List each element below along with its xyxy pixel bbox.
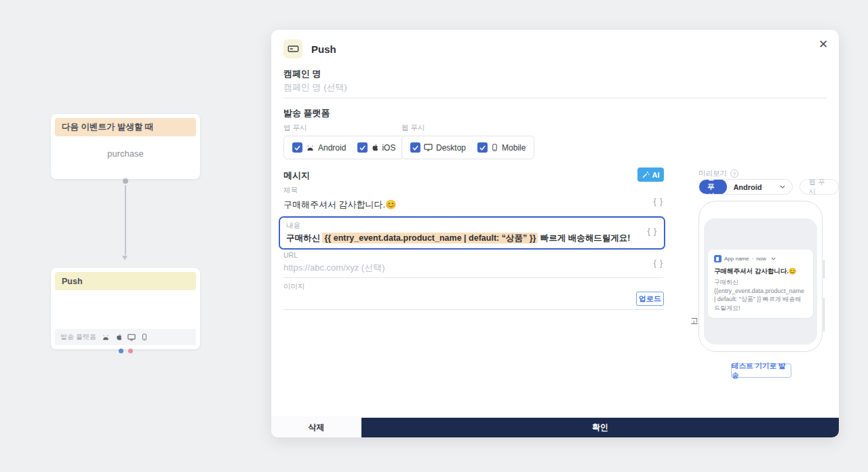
android-icon bbox=[306, 144, 315, 151]
upload-button[interactable]: 업로드 bbox=[636, 292, 664, 306]
delete-button[interactable]: 삭제 bbox=[271, 418, 361, 437]
platform-section-label: 발송 플랫폼 bbox=[283, 107, 330, 119]
mobile-checkbox[interactable] bbox=[477, 142, 488, 153]
liquid-variable-chip[interactable]: {{ entry_event.data.product_name | defau… bbox=[322, 233, 538, 243]
help-icon[interactable]: ? bbox=[730, 170, 738, 178]
content-field[interactable]: 내용 구매하신 {{ entry_event.data.product_name… bbox=[279, 216, 665, 250]
push-banner-icon bbox=[283, 39, 302, 58]
app-push-segment: 앱 푸시 Android bbox=[698, 179, 793, 195]
variable-braces-icon[interactable]: { } bbox=[648, 227, 657, 236]
url-field-placeholder[interactable]: https://abc.com/xyz (선택) bbox=[283, 262, 663, 278]
push-node[interactable]: Push 발송 플랫폼 bbox=[51, 268, 200, 349]
platform-option-desktop: Desktop bbox=[410, 142, 466, 153]
ai-button-label: AI bbox=[652, 171, 660, 179]
desktop-icon bbox=[424, 144, 433, 151]
url-field[interactable]: URL https://abc.com/xyz (선택) { } bbox=[283, 251, 663, 278]
modal-footer: 삭제 확인 bbox=[271, 418, 839, 437]
close-icon[interactable]: ✕ bbox=[814, 35, 832, 53]
android-icon bbox=[102, 334, 110, 340]
platform-option-mobile: Mobile bbox=[477, 142, 526, 153]
preview-header: 미리보기 ? bbox=[698, 169, 738, 178]
mobile-icon bbox=[141, 333, 148, 341]
web-push-options: Desktop Mobile bbox=[401, 136, 534, 159]
chevron-down-icon bbox=[780, 185, 785, 189]
ios-label: iOS bbox=[382, 143, 395, 153]
chevron-down-icon bbox=[771, 257, 776, 260]
trigger-node-event: purchase bbox=[51, 149, 200, 159]
app-icon bbox=[714, 255, 722, 262]
notification-meta-separator: · bbox=[751, 256, 753, 262]
campaign-name-label: 캠페인 명 bbox=[283, 68, 321, 80]
ai-assist-button[interactable]: AI bbox=[637, 168, 664, 182]
title-field-value[interactable]: 구매해주셔서 감사합니다.😊 bbox=[283, 199, 663, 216]
notification-title: 구매해주셔서 감사합니다.😊 bbox=[714, 267, 807, 276]
image-field-underline bbox=[283, 309, 663, 310]
trigger-node-header: 다음 이벤트가 발생할 때 bbox=[55, 118, 196, 136]
node-port-pink[interactable] bbox=[128, 349, 133, 353]
app-push-group: 앱 푸시 Android iOS bbox=[283, 123, 404, 159]
notification-app-name: App name bbox=[724, 256, 749, 262]
message-section-label: 메시지 bbox=[283, 170, 310, 182]
notification-meta: App name · now bbox=[714, 255, 807, 262]
app-push-group-label: 앱 푸시 bbox=[283, 123, 404, 133]
push-settings-modal: ✕ Push 캠페인 명 발송 플랫폼 앱 푸시 Android iOS 웹 푸… bbox=[271, 30, 839, 437]
confirm-button[interactable]: 확인 bbox=[361, 418, 839, 437]
mobile-icon bbox=[491, 143, 498, 152]
notification-time: now bbox=[756, 256, 766, 262]
connector-dot bbox=[123, 178, 128, 184]
push-node-header: Push bbox=[55, 272, 196, 290]
preview-tab-web-push[interactable]: 웹 푸시 bbox=[800, 179, 839, 195]
push-node-platform-label: 발송 플랫폼 bbox=[60, 332, 96, 342]
connector-arrow-icon bbox=[122, 256, 127, 260]
preview-tab-app-push[interactable]: 앱 푸시 bbox=[698, 179, 727, 195]
notification-preview-card: App name · now 구매해주셔서 감사합니다.😊 구매하신 {{ent… bbox=[708, 250, 813, 318]
variable-braces-icon[interactable]: { } bbox=[654, 197, 663, 206]
title-field[interactable]: 제목 구매해주셔서 감사합니다.😊 { } bbox=[283, 186, 663, 216]
phone-mockup: App name · now 구매해주셔서 감사합니다.😊 구매하신 {{ent… bbox=[698, 201, 823, 352]
push-node-footer: 발송 플랫폼 bbox=[55, 329, 196, 345]
preview-platform-value: Android bbox=[733, 183, 762, 191]
desktop-label: Desktop bbox=[436, 143, 466, 153]
variable-braces-icon[interactable]: { } bbox=[654, 258, 663, 268]
phone-side-button bbox=[823, 298, 825, 332]
notification-body: 구매하신 {{entry_event.data.product_name | d… bbox=[714, 278, 807, 312]
ios-checkbox[interactable] bbox=[357, 142, 368, 153]
apple-icon bbox=[115, 333, 122, 341]
android-label: Android bbox=[318, 143, 346, 153]
desktop-icon bbox=[127, 334, 136, 341]
mobile-label: Mobile bbox=[502, 143, 526, 153]
url-field-label: URL bbox=[283, 251, 663, 259]
android-checkbox[interactable] bbox=[292, 142, 302, 153]
preview-tabs: 앱 푸시 Android 웹 푸시 bbox=[698, 179, 839, 195]
connector-line bbox=[125, 185, 126, 255]
preview-label: 미리보기 bbox=[698, 169, 727, 178]
platform-option-android: Android bbox=[292, 142, 346, 153]
image-field-label: 이미지 bbox=[283, 282, 305, 292]
preview-platform-select[interactable]: Android bbox=[726, 183, 791, 191]
node-port-blue[interactable] bbox=[119, 349, 123, 353]
campaign-name-input[interactable] bbox=[283, 80, 826, 98]
content-field-value[interactable]: 구매하신 {{ entry_event.data.product_name | … bbox=[286, 233, 658, 244]
content-field-label: 내용 bbox=[286, 221, 658, 231]
web-push-group-label: 웹 푸시 bbox=[401, 123, 534, 133]
web-push-group: 웹 푸시 Desktop Mobile bbox=[401, 123, 534, 159]
trigger-node[interactable]: 다음 이벤트가 발생할 때 purchase bbox=[51, 114, 200, 179]
phone-side-button bbox=[823, 260, 825, 279]
send-to-test-device-button[interactable]: 테스트 기기로 발송 bbox=[731, 363, 791, 378]
app-push-options: Android iOS bbox=[283, 136, 404, 159]
title-field-label: 제목 bbox=[283, 186, 663, 195]
apple-icon bbox=[371, 143, 378, 152]
platform-option-ios: iOS bbox=[357, 142, 395, 153]
modal-header: Push bbox=[283, 39, 336, 58]
magic-wand-icon bbox=[642, 171, 650, 178]
modal-title: Push bbox=[311, 43, 336, 55]
desktop-checkbox[interactable] bbox=[410, 142, 420, 153]
